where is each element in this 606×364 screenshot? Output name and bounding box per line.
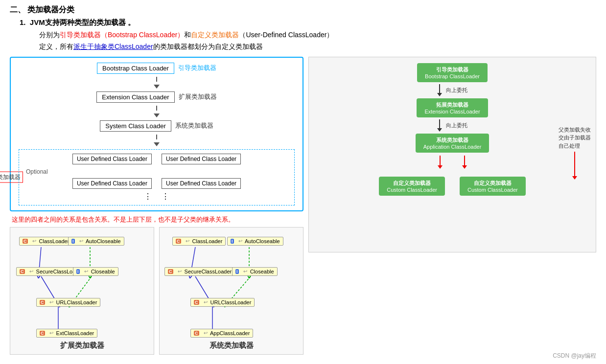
extension-label: 扩展类加载器 <box>179 92 217 101</box>
red-line-l <box>440 156 441 165</box>
ud-box-2: User Defined Class Loader <box>162 154 241 164</box>
optional-label: Optional <box>24 167 289 175</box>
desc-line-1: 分别为引导类加载器（Bootstrap ClassLoader）和自定义类加载器… <box>10 29 596 41</box>
system-label: 系统类加载器 <box>175 121 213 130</box>
system-green-box: 系统类加载器 Application ClassLoader <box>416 134 489 153</box>
del-line-2 <box>439 119 440 128</box>
uml-classloader-left: C ↩ ClassLoader <box>19 236 72 246</box>
bootstrap-label: 引导类加载器 <box>178 64 216 72</box>
uml-autocloseable-right: I ↩ AutoCloseable <box>227 236 283 246</box>
red-head-l <box>438 165 443 169</box>
hierarchy-diagram: Bootstrap Class Loader 引导类加载器 Extension … <box>10 57 303 211</box>
arrow-3 <box>154 142 160 146</box>
user-row-1: User Defined Class Loader User Defined C… <box>24 154 289 164</box>
page: 二、 类加载器分类 1. JVM支持两种类型的类加载器 。 分别为引导类加载器（… <box>0 0 606 364</box>
bottom-custom-boxes: 自定义类加载器 Custom ClassLoader 自定义类加载器 Custo… <box>379 177 525 196</box>
hierarchy-inner: Bootstrap Class Loader 引导类加载器 Extension … <box>19 63 295 205</box>
right-panel: 引导类加载器 Bootstrap ClassLoader 向上委托 拓展类加载器… <box>308 57 596 355</box>
bootstrap-green-box: 引导类加载器 Bootstrap ClassLoader <box>417 63 488 82</box>
bootstrap-box: Bootstrap Class Loader <box>97 63 174 74</box>
user-defined-section: 自定义类加载器 User Defined Class Loader User D… <box>19 149 295 205</box>
uml-left-title: 扩展类加载器 <box>14 341 150 350</box>
side-red-arrow <box>559 152 591 180</box>
uml-urlclassloader-right: C ↩ URLClassLoader <box>190 297 255 307</box>
red-line <box>574 152 575 176</box>
arrow-2 <box>154 114 160 117</box>
dots-row: ⋮ ⋮ <box>24 192 289 201</box>
red-line-r <box>464 156 465 165</box>
ud-box-4: User Defined Class Loader <box>162 178 241 189</box>
extension-box: Extension Class Loader <box>96 91 174 103</box>
extension-green-box: 拓展类加载器 Extension ClassLoader <box>417 98 488 117</box>
extension-row: Extension Class Loader 扩展类加载器 <box>96 91 216 103</box>
uml-left-diagram: C ↩ ClassLoader I ↩ AutoCloseable C ↩ Se… <box>10 227 154 355</box>
arrow-1 <box>154 85 160 89</box>
vline-1 <box>156 77 157 82</box>
uml-classloader-right: C ↩ ClassLoader <box>172 236 226 246</box>
delegate-arrow-2 <box>437 119 442 132</box>
custom-arrow-left <box>438 156 443 169</box>
user-row-2: User Defined Class Loader User Defined C… <box>24 178 289 189</box>
note-text: 这里的四者之间的关系是包含关系。不是上层下层，也不是子父类的继承关系。 <box>10 215 303 224</box>
uml-left-svg <box>14 231 150 339</box>
uml-right-title: 系统类加载器 <box>163 341 299 350</box>
system-row: System Class Loader 系统类加载器 <box>100 120 213 132</box>
uml-right-diagram: C ↩ ClassLoader I ↩ AutoCloseable C ↩ Se… <box>159 227 303 355</box>
del-line-1 <box>439 84 440 93</box>
bootstrap-row: Bootstrap Class Loader 引导类加载器 <box>97 63 216 74</box>
del-head-1 <box>437 93 442 96</box>
del-head-2 <box>437 128 442 132</box>
side-note: 父类加载失收 交由子加载器 自己处理 <box>559 126 591 180</box>
custom-box-left: 自定义类加载器 Custom ClassLoader <box>379 177 445 196</box>
uml-extclassloader: C ↩ ExtClassLoader <box>36 328 97 338</box>
vline-3 <box>156 135 157 139</box>
bottom-diagrams: C ↩ ClassLoader I ↩ AutoCloseable C ↩ Se… <box>10 227 303 355</box>
custom-box-right: 自定义类加载器 Custom ClassLoader <box>460 177 526 196</box>
uml-left-wrapper: C ↩ ClassLoader I ↩ AutoCloseable C ↩ Se… <box>14 231 150 339</box>
uml-right-wrapper: C ↩ ClassLoader I ↩ AutoCloseable C ↩ Se… <box>163 231 299 339</box>
custom-arrows-row <box>438 156 467 169</box>
uml-closeable-right: I ↩ Closeable <box>232 267 278 276</box>
main-content: Bootstrap Class Loader 引导类加载器 Extension … <box>10 57 596 355</box>
left-panel: Bootstrap Class Loader 引导类加载器 Extension … <box>10 57 303 355</box>
delegate-arrow-2-row: 向上委托 <box>437 119 467 132</box>
system-box: System Class Loader <box>100 120 171 132</box>
delegate-arrow-1-row: 向上委托 <box>437 84 467 96</box>
uml-secureclassloader-right: C ↩ SecureClassLoader <box>164 267 235 276</box>
user-defined-container: User Defined Class Loader User Defined C… <box>19 149 295 205</box>
section-title: 二、 类加载器分类 <box>10 5 596 15</box>
uml-right-svg <box>163 231 299 339</box>
delegation-diagram: 引导类加载器 Bootstrap ClassLoader 向上委托 拓展类加载器… <box>308 57 596 252</box>
uml-autocloseable-left: I ↩ AutoCloseable <box>68 236 124 246</box>
red-head <box>572 176 577 180</box>
vline-2 <box>156 106 157 111</box>
uml-appclassloader: C ↩ AppClassLoader <box>190 328 253 338</box>
sub-title: 1. JVM支持两种类型的类加载器 。 <box>10 18 596 27</box>
custom-arrow-right <box>462 156 467 169</box>
uml-urlclassloader-left: C ↩ URLClassLoader <box>36 297 100 307</box>
ud-box-3: User Defined Class Loader <box>72 178 152 189</box>
delegate-arrow-1 <box>437 84 442 96</box>
uml-closeable-left: I ↩ Closeable <box>73 267 118 276</box>
red-head-r <box>462 165 467 169</box>
desc-line-2: 定义，所有派生于抽象类ClassLoader的类加载器都划分为自定义类加载器 <box>10 41 596 53</box>
watermark: CSDN @jay编程 <box>553 352 596 360</box>
ud-box-1: User Defined Class Loader <box>72 154 152 164</box>
